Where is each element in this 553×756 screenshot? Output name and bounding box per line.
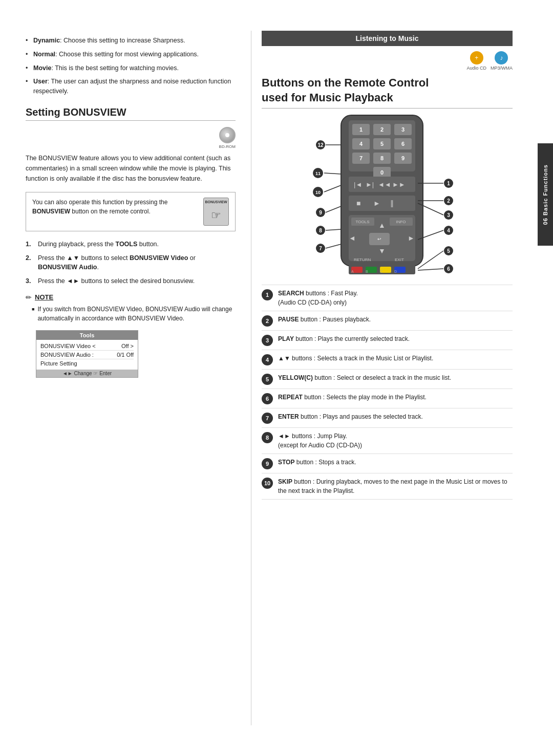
btn-1-sub: (Audio CD (CD-DA) only) bbox=[278, 299, 347, 306]
btn-10-bold: SKIP bbox=[278, 478, 292, 485]
btn-desc-10-text: SKIP button : During playback, moves to … bbox=[278, 477, 513, 495]
bullet-item-user: User: The user can adjust the sharpness … bbox=[26, 77, 236, 96]
btn-7-bold: ENTER bbox=[278, 413, 299, 420]
btn-circle-9: 9 bbox=[262, 458, 273, 469]
listening-to-music-bar: Listening to Music bbox=[262, 31, 513, 46]
step-3-num: 3. bbox=[26, 276, 34, 286]
bullet-term-dynamic: Dynamic bbox=[33, 37, 60, 44]
svg-text:‖: ‖ bbox=[390, 199, 394, 207]
bullet-item-normal: Normal: Choose this setting for most vie… bbox=[26, 50, 236, 59]
svg-text:3: 3 bbox=[401, 126, 405, 133]
btn-6-text: button : Selects the play mode in the Pl… bbox=[303, 394, 427, 401]
step-2-bold1: BONUSVIEW Video bbox=[130, 254, 188, 262]
svg-text:7: 7 bbox=[319, 246, 322, 251]
svg-text:►: ► bbox=[373, 199, 380, 207]
note-bullet-1: If you switch from BONUSVIEW Video, BONU… bbox=[32, 305, 236, 323]
btn-2-bold: PAUSE bbox=[278, 316, 299, 323]
svg-text:5: 5 bbox=[380, 141, 384, 147]
bullet-desc-dynamic: : Choose this setting to increase Sharpn… bbox=[60, 37, 185, 44]
heading-line1: Buttons on the Remote Control bbox=[262, 76, 429, 89]
btn-desc-8-text: ◄► buttons : Jump Play. (except for Audi… bbox=[278, 431, 362, 450]
svg-text:4: 4 bbox=[359, 141, 363, 147]
svg-line-70 bbox=[418, 269, 443, 270]
pencil-icon: ✏ bbox=[26, 293, 32, 301]
bonusview-btn-label: BONUSVIEW bbox=[205, 200, 227, 205]
btn-circle-1: 1 bbox=[262, 289, 273, 300]
bonusview-button-image: BONUSVIEW ☞ bbox=[203, 198, 229, 226]
note-box-bold: BONUSVIEW bbox=[32, 208, 70, 215]
btn-5-bold: YELLOW(C) bbox=[278, 374, 313, 381]
btn-desc-6: 6 REPEAT button : Selects the play mode … bbox=[262, 389, 513, 408]
btn-circle-5: 5 bbox=[262, 374, 273, 385]
tools-row-1-value: Off > bbox=[121, 343, 134, 349]
svg-text:9: 9 bbox=[401, 155, 405, 161]
svg-text:►: ► bbox=[408, 234, 415, 242]
bullet-term-normal: Normal bbox=[33, 51, 55, 58]
tools-table-header: Tools bbox=[36, 331, 138, 340]
svg-text:EXIT: EXIT bbox=[395, 257, 404, 262]
audio-cd-icon: + Audio CD bbox=[466, 51, 486, 71]
step-2-num: 2. bbox=[26, 253, 34, 273]
svg-text:►►: ►► bbox=[392, 181, 406, 188]
svg-text:►|: ►| bbox=[366, 181, 374, 188]
btn-desc-9-text: STOP button : Stops a track. bbox=[278, 458, 356, 467]
side-tab-text: 06 Basic Functions bbox=[542, 164, 548, 225]
step-1-text: During playback, press the TOOLS button. bbox=[38, 240, 159, 249]
svg-text:▼: ▼ bbox=[378, 247, 386, 255]
bdrom-icon-row: BD-ROM bbox=[26, 127, 236, 149]
svg-text:1: 1 bbox=[359, 126, 363, 133]
btn-desc-2: 2 PAUSE button : Pauses playback. bbox=[262, 311, 513, 331]
step-1-bold: TOOLS bbox=[115, 241, 137, 248]
svg-text:10: 10 bbox=[315, 190, 321, 195]
btn-desc-3: 3 PLAY button : Plays the currently sele… bbox=[262, 331, 513, 350]
note-title: NOTE bbox=[35, 293, 53, 301]
svg-text:6: 6 bbox=[447, 266, 450, 272]
btn-circle-7: 7 bbox=[262, 413, 273, 424]
btn-7-text: button : Plays and pauses the selected t… bbox=[299, 413, 423, 420]
btn-desc-9: 9 STOP button : Stops a track. bbox=[262, 454, 513, 473]
btn-4-bold: ▲▼ bbox=[278, 355, 290, 362]
svg-text:9: 9 bbox=[319, 210, 322, 215]
bullet-desc-user: : The user can adjust the sharpness and … bbox=[33, 78, 231, 95]
svg-text:C: C bbox=[380, 270, 382, 273]
bonusview-heading: Setting BONUSVIEW bbox=[26, 106, 236, 121]
tools-table: Tools BONUSVIEW Video < Off > BONUSVIEW … bbox=[36, 330, 138, 378]
btn-1-bold: SEARCH bbox=[278, 290, 304, 297]
note-section: ✏ NOTE If you switch from BONUSVIEW Vide… bbox=[26, 293, 236, 323]
btn-desc-4: 4 ▲▼ buttons : Selects a track in the Mu… bbox=[262, 350, 513, 370]
btn-desc-10: 10 SKIP button : During playback, moves … bbox=[262, 473, 513, 500]
btn-3-text: button : Plays the currently selected tr… bbox=[294, 335, 410, 342]
button-descriptions-list: 1 SEARCH buttons : Fast Play. (Audio CD … bbox=[262, 285, 513, 500]
svg-text:D: D bbox=[394, 270, 397, 273]
bullet-item-movie: Movie: This is the best setting for watc… bbox=[26, 63, 236, 73]
svg-text:4: 4 bbox=[447, 228, 450, 233]
svg-line-76 bbox=[326, 229, 341, 230]
svg-text:8: 8 bbox=[319, 228, 322, 233]
remote-svg: 1 2 3 4 5 6 7 8 bbox=[290, 113, 484, 276]
remote-control-area: 1 2 3 4 5 6 7 8 bbox=[262, 113, 513, 276]
svg-text:↩: ↩ bbox=[377, 236, 381, 242]
note-box-text: You can also operate this function by pr… bbox=[32, 198, 198, 216]
note-bullets-list: If you switch from BONUSVIEW Video, BONU… bbox=[26, 305, 236, 323]
svg-text:2: 2 bbox=[447, 198, 450, 204]
tools-row-2: BONUSVIEW Audio : 0/1 Off bbox=[40, 351, 134, 359]
svg-text:1: 1 bbox=[447, 181, 450, 186]
btn-10-text: button : During playback, moves to the n… bbox=[278, 478, 507, 494]
btn-9-bold: STOP bbox=[278, 459, 294, 466]
btn-circle-10: 10 bbox=[262, 478, 273, 489]
btn-desc-7-text: ENTER button : Plays and pauses the sele… bbox=[278, 412, 423, 421]
svg-text:7: 7 bbox=[359, 155, 363, 161]
svg-text:INFO: INFO bbox=[396, 220, 406, 224]
btn-circle-8: 8 bbox=[262, 432, 273, 443]
svg-text:2: 2 bbox=[380, 126, 384, 133]
btn-circle-3: 3 bbox=[262, 335, 273, 346]
left-column: Dynamic: Choose this setting to increase… bbox=[0, 20, 251, 736]
bullet-term-user: User bbox=[33, 78, 48, 85]
svg-text:12: 12 bbox=[317, 142, 324, 148]
btn-2-text: button : Pauses playback. bbox=[299, 316, 371, 323]
svg-line-82 bbox=[324, 185, 341, 192]
step-3: 3. Press the ◄► buttons to select the de… bbox=[26, 276, 236, 286]
svg-text:8: 8 bbox=[380, 155, 384, 161]
mp3-wma-circle: ♪ bbox=[495, 51, 508, 64]
right-main-heading: Buttons on the Remote Control used for M… bbox=[262, 76, 513, 109]
